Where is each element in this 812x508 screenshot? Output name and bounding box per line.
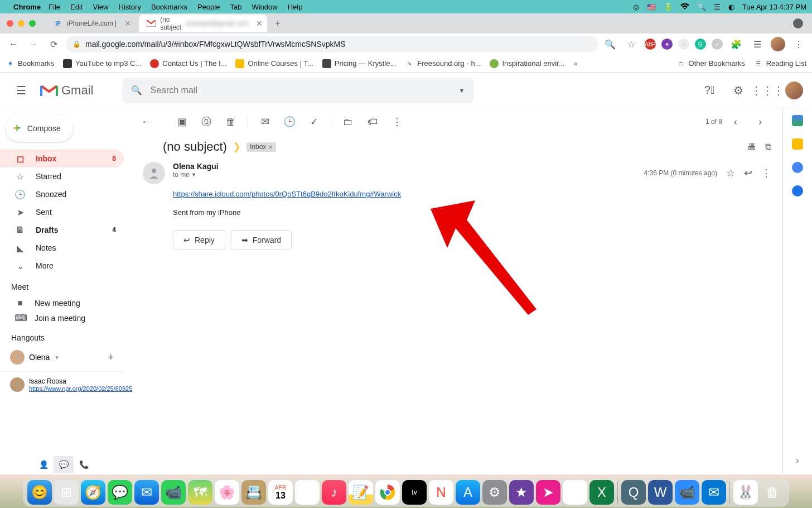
dock-word[interactable]: W — [648, 480, 673, 505]
labels-button[interactable]: 🏷 — [361, 111, 384, 133]
dock-slack[interactable]: # — [563, 480, 587, 505]
next-email-button[interactable]: › — [749, 111, 771, 133]
status-icon[interactable]: ◎ — [633, 3, 639, 11]
ext-grammarly-icon[interactable]: G — [695, 39, 706, 50]
keep-addon-icon[interactable] — [792, 138, 803, 150]
back-to-inbox-button[interactable]: ← — [135, 111, 157, 133]
menu-edit[interactable]: Edit — [70, 3, 83, 11]
tasks-addon-icon[interactable] — [792, 162, 803, 173]
other-bookmarks[interactable]: 🗀Other Bookmarks — [676, 59, 745, 68]
print-icon[interactable]: 🖶 — [747, 142, 756, 152]
tab-search-icon[interactable]: ☰ — [750, 36, 765, 52]
wifi-icon[interactable] — [680, 3, 689, 10]
search-input[interactable] — [150, 85, 451, 95]
bookmark-inspirational[interactable]: Inspirational envir... — [490, 59, 564, 68]
tab-gmail[interactable]: (no subject example@gmail.com ✕ — [139, 15, 267, 32]
ext-adblock-icon[interactable]: ABP — [645, 39, 656, 50]
menu-tab[interactable]: Tab — [230, 3, 241, 11]
tab-iphonelife[interactable]: iP iPhoneLife.com | ✕ — [46, 15, 139, 32]
maximize-window-button[interactable] — [29, 20, 36, 27]
settings-gear-icon[interactable]: ⚙ — [727, 79, 750, 102]
reading-list[interactable]: ☰Reading List — [754, 59, 806, 68]
battery-icon[interactable]: 🔋 — [664, 3, 673, 11]
move-to-button[interactable]: 🗀 — [337, 111, 359, 133]
meet-new-meeting[interactable]: ■ New meeting — [0, 296, 124, 310]
sidebar-item-notes[interactable]: ◣ Notes — [0, 239, 124, 257]
menu-help[interactable]: Help — [288, 3, 303, 11]
dock-facetime[interactable]: 📹 — [161, 480, 186, 505]
dock-finder[interactable]: 😊 — [27, 480, 52, 505]
remove-label-icon[interactable]: × — [268, 143, 273, 151]
bookmark-overflow[interactable]: » — [573, 59, 577, 68]
dock-notes[interactable]: 📝 — [349, 480, 373, 505]
reply-button[interactable]: ↩ Reply — [173, 230, 225, 250]
forward-button[interactable]: → — [26, 36, 41, 52]
add-contact-icon[interactable]: + — [108, 352, 114, 363]
bookmark-youtube-mp3[interactable]: YouTube to mp3 C... — [63, 59, 141, 68]
to-line[interactable]: to me ▼ — [173, 171, 636, 179]
popout-icon[interactable]: ⧉ — [765, 142, 771, 152]
control-center-icon[interactable]: ☰ — [714, 3, 721, 11]
snooze-button[interactable]: 🕒 — [278, 111, 301, 133]
delete-button[interactable]: 🗑 — [220, 111, 242, 133]
search-box[interactable]: 🔍 ▼ — [122, 78, 473, 103]
dock-zoom[interactable]: 📹 — [675, 480, 699, 505]
dock-chrome[interactable] — [375, 480, 400, 505]
bookmark-star-icon[interactable]: ☆ — [624, 36, 639, 52]
dock-outlook[interactable]: ✉ — [702, 480, 726, 505]
close-tab-icon[interactable]: ✕ — [256, 19, 263, 28]
spotlight-icon[interactable]: 🔍 — [697, 3, 706, 11]
meet-join-meeting[interactable]: ⌨ Join a meeting — [0, 310, 124, 325]
dock-appstore[interactable]: A — [456, 480, 480, 505]
dock-photos[interactable]: 🌸 — [215, 480, 239, 505]
dock-quicktime[interactable]: Q — [621, 480, 646, 505]
compose-button[interactable]: + Compose — [6, 115, 73, 142]
ext-icon-2[interactable]: ✦ — [661, 39, 673, 50]
search-options-icon[interactable]: ▼ — [459, 87, 465, 94]
menu-history[interactable]: History — [118, 3, 141, 11]
dock-imovie[interactable]: ★ — [509, 480, 534, 505]
sidebar-item-more[interactable]: ⌄ More — [0, 257, 124, 275]
archive-button[interactable]: ▣ — [171, 111, 193, 133]
email-link[interactable]: https://share.icloud.com/photos/0rQoSTt6… — [173, 190, 401, 198]
dock-settings[interactable]: ⚙ — [482, 480, 507, 505]
chrome-menu-icon[interactable]: ⋮ — [791, 36, 806, 52]
url-field[interactable]: 🔒 mail.google.com/mail/u/3/#inbox/FMfcgx… — [66, 36, 598, 52]
dock-reminders[interactable]: ☑ — [295, 480, 320, 505]
menu-file[interactable]: File — [49, 3, 60, 11]
sidebar-item-starred[interactable]: ☆ Starred — [0, 167, 124, 185]
menu-people[interactable]: People — [197, 3, 220, 11]
chat-tab-person[interactable]: 👤 — [33, 456, 54, 473]
importance-marker-icon[interactable]: ❯ — [233, 141, 241, 153]
chrome-profile-avatar[interactable] — [771, 37, 785, 51]
close-window-button[interactable] — [7, 20, 13, 27]
hangouts-current-user[interactable]: Olena ▼ + — [0, 347, 124, 368]
collapse-panel-icon[interactable]: › — [796, 456, 799, 466]
minimize-window-button[interactable] — [18, 20, 25, 27]
menu-view[interactable]: View — [93, 3, 108, 11]
back-button[interactable]: ← — [6, 36, 21, 52]
contacts-addon-icon[interactable] — [792, 185, 803, 197]
dock-maps[interactable]: 🗺 — [188, 480, 212, 505]
ext-icon-5[interactable]: ✓ — [712, 39, 723, 50]
bookmark-online-courses[interactable]: Online Courses | T... — [235, 59, 313, 68]
bookmark-freesound[interactable]: ∿Freesound.org - h... — [405, 59, 481, 68]
star-email-icon[interactable]: ☆ — [726, 167, 735, 179]
apps-grid-icon[interactable]: ⋮⋮⋮ — [756, 79, 779, 102]
dock-music[interactable]: ♪ — [322, 480, 346, 505]
dock-appletv[interactable]: tv — [402, 480, 427, 505]
menu-window[interactable]: Window — [252, 3, 277, 11]
dock-excel[interactable]: X — [589, 480, 614, 505]
calendar-addon-icon[interactable] — [792, 115, 803, 126]
app-name[interactable]: Chrome — [13, 3, 41, 11]
bookmark-bookmarks[interactable]: ★Bookmarks — [6, 59, 54, 68]
dock-trash[interactable]: 🗑 — [760, 480, 785, 505]
dock-launchpad[interactable]: ⊞ — [54, 480, 79, 505]
ext-icon-3[interactable]: □ — [678, 39, 689, 50]
flag-icon[interactable]: 🇺🇸 — [647, 3, 656, 11]
close-tab-icon[interactable]: ✕ — [124, 19, 131, 28]
report-spam-button[interactable]: ⓪ — [195, 111, 218, 133]
main-menu-button[interactable]: ☰ — [9, 78, 33, 103]
dock-mail[interactable]: ✉ — [134, 480, 159, 505]
sidebar-item-inbox[interactable]: ◻ Inbox 8 — [0, 150, 124, 167]
